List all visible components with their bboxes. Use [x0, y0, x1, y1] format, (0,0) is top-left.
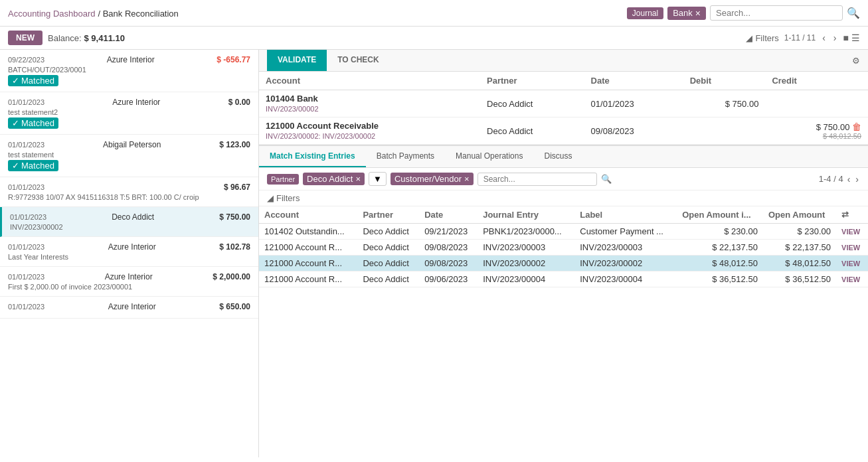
left-item[interactable]: 01/01/2023 Azure Interior $ 2,000.00 Fir…: [0, 267, 258, 297]
list-view-button[interactable]: ☰: [851, 33, 860, 43]
search-button[interactable]: 🔍: [847, 7, 860, 19]
tab-match[interactable]: Match Existing Entries: [259, 146, 366, 167]
tab-batch[interactable]: Batch Payments: [366, 146, 445, 167]
filter-options-button[interactable]: ▼: [369, 172, 387, 186]
entry-col-open-i: Open Amount i...: [677, 206, 763, 224]
entry-open-amount: $ 36,512.50: [763, 271, 836, 287]
left-item[interactable]: 01/01/2023 Abigail Peterson $ 123.00 tes…: [0, 135, 258, 177]
entry-label: INV/2023/00003: [574, 240, 677, 256]
entries-next-button[interactable]: ›: [854, 174, 860, 185]
view-toggle: ■ ☰: [843, 33, 860, 43]
entry-row[interactable]: 101402 Outstandin... Deco Addict 09/21/2…: [259, 224, 868, 240]
settings-icon[interactable]: ⚙: [852, 56, 860, 66]
left-item[interactable]: 01/01/2023 Deco Addict $ 750.00 INV/2023…: [0, 207, 258, 237]
second-bar: NEW Balance: $ 9,411.10 ◢ Filters 1-11 /…: [0, 27, 868, 50]
entry-row[interactable]: 121000 Account R... Deco Addict 09/06/20…: [259, 271, 868, 287]
strikethrough-amount: $ 48,012.50: [772, 132, 861, 140]
left-item[interactable]: 01/01/2023 Azure Interior $ 0.00 test st…: [0, 92, 258, 135]
bank-tag-label: Bank: [673, 8, 693, 18]
item-amount: $ 123.00: [219, 140, 250, 149]
view-link[interactable]: VIEW: [841, 244, 860, 252]
pagination-display: 1-11 / 11: [784, 33, 816, 42]
journal-partner: Deco Addict: [480, 90, 584, 117]
col-debit: Debit: [683, 72, 766, 90]
bank-tag-close[interactable]: ×: [695, 8, 701, 19]
entry-journal: INV/2023/00002: [477, 256, 574, 271]
entry-row[interactable]: 121000 Account R... Deco Addict 09/08/20…: [259, 256, 868, 271]
item-partner: Deco Addict: [112, 212, 154, 222]
customer-vendor-close[interactable]: ×: [464, 174, 470, 184]
left-item[interactable]: 01/01/2023 $ 96.67 R:9772938 10/07 AX 94…: [0, 177, 258, 207]
grid-view-button[interactable]: ■: [843, 33, 849, 43]
entry-open-amount: $ 48,012.50: [763, 256, 836, 271]
validate-tab[interactable]: VALIDATE: [267, 50, 327, 71]
entry-view[interactable]: VIEW: [836, 256, 868, 271]
journal-date: 09/08/2023: [584, 117, 683, 145]
entry-label: INV/2023/00004: [574, 271, 677, 287]
matched-badge: ✓Matched: [8, 160, 58, 171]
item-partner: Azure Interior: [105, 272, 153, 281]
entry-view[interactable]: VIEW: [836, 240, 868, 256]
to-check-tab[interactable]: TO CHECK: [327, 50, 389, 71]
view-link[interactable]: VIEW: [841, 275, 860, 283]
tab-manual[interactable]: Manual Operations: [445, 146, 533, 167]
prev-page-button[interactable]: ‹: [821, 33, 827, 43]
entry-col-open: Open Amount: [763, 206, 836, 224]
balance-display: Balance: $ 9,411.10: [48, 33, 125, 43]
customer-vendor-filter[interactable]: Customer/Vendor ×: [391, 173, 474, 185]
entry-row[interactable]: 121000 Account R... Deco Addict 09/08/20…: [259, 240, 868, 256]
entry-view[interactable]: VIEW: [836, 224, 868, 240]
bank-tag[interactable]: Bank ×: [667, 7, 706, 20]
left-item[interactable]: 01/01/2023 Azure Interior $ 102.78 Last …: [0, 237, 258, 267]
bottom-section: Match Existing EntriesBatch PaymentsManu…: [259, 145, 868, 457]
left-item[interactable]: 01/01/2023 Azure Interior $ 650.00: [0, 297, 258, 319]
filters-button[interactable]: ◢ Filters: [746, 33, 778, 43]
item-ref: BATCH/OUT/2023/0001: [8, 66, 250, 74]
entries-search-button[interactable]: 🔍: [601, 174, 612, 184]
delete-icon[interactable]: 🗑: [852, 121, 861, 132]
filters-text: Filters: [276, 193, 300, 203]
top-bar-right: Journal Bank × 🔍: [627, 5, 860, 21]
item-date: 09/22/2023: [8, 56, 44, 64]
filters-line: ◢ Filters: [259, 191, 868, 206]
left-item[interactable]: 09/22/2023 Azure Interior $ -656.77 BATC…: [0, 50, 258, 92]
entry-date: 09/08/2023: [419, 240, 477, 256]
deco-addict-close[interactable]: ×: [355, 174, 361, 184]
inv-link[interactable]: INV/2023/00002: [266, 105, 319, 113]
entry-col-partner: Partner: [357, 206, 419, 224]
entry-view[interactable]: VIEW: [836, 271, 868, 287]
item-ref: test statement: [8, 151, 250, 159]
entry-open-i: $ 36,512.50: [677, 271, 763, 287]
filters-label-row[interactable]: ◢ Filters: [267, 193, 300, 203]
journal-credit: $ 750.00 🗑 $ 48,012.50: [765, 117, 868, 145]
adjust-columns-icon[interactable]: ⇄: [841, 210, 849, 220]
tab-discuss[interactable]: Discuss: [533, 146, 582, 167]
view-link[interactable]: VIEW: [841, 228, 860, 236]
entry-account: 121000 Account R...: [259, 271, 357, 287]
entries-table: Account Partner Date Journal Entry Label…: [259, 206, 868, 287]
entries-prev-button[interactable]: ‹: [846, 174, 852, 185]
main-layout: 09/22/2023 Azure Interior $ -656.77 BATC…: [0, 50, 868, 457]
entry-open-amount: $ 230.00: [763, 224, 836, 240]
item-date: 01/01/2023: [8, 98, 44, 106]
deco-addict-filter[interactable]: Deco Addict ×: [303, 173, 365, 185]
col-credit: Credit: [765, 72, 868, 90]
entry-date: 09/08/2023: [419, 256, 477, 271]
balance-label: Balance:: [48, 33, 82, 43]
new-button[interactable]: NEW: [8, 31, 43, 45]
top-bar: Accounting Dashboard / Bank Reconciliati…: [0, 0, 868, 27]
entry-journal: INV/2023/00004: [477, 271, 574, 287]
entry-open-i: $ 230.00: [677, 224, 763, 240]
view-link[interactable]: VIEW: [841, 260, 860, 268]
item-ref: test statement2: [8, 108, 250, 116]
item-partner: Abigail Peterson: [103, 140, 161, 149]
entry-open-i: $ 48,012.50: [677, 256, 763, 271]
journal-partner: Deco Addict: [480, 117, 584, 145]
search-input[interactable]: [710, 5, 843, 21]
next-page-button[interactable]: ›: [832, 33, 838, 43]
item-amount: $ 650.00: [219, 302, 250, 311]
entry-col-account: Account: [259, 206, 357, 224]
entries-search-input[interactable]: [477, 173, 597, 186]
breadcrumb-parent[interactable]: Accounting Dashboard: [8, 9, 96, 19]
inv-link[interactable]: INV/2023/00002: INV/2023/00002: [266, 132, 375, 140]
